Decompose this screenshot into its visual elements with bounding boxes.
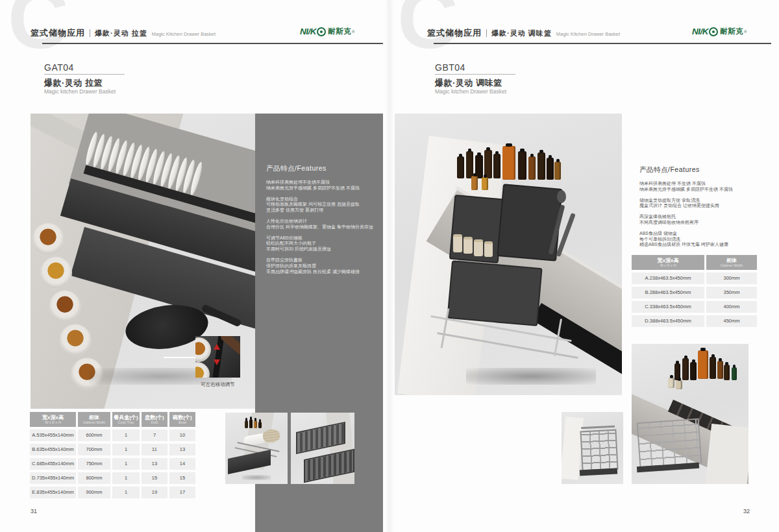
logo-registered-mark: ® <box>352 30 354 34</box>
features-list: 纳米科技表面处理 不生锈 不腐蚀纳米表面光滑手感细腻 多层防护不生锈 不腐蚀储物… <box>639 181 773 253</box>
photo-shape <box>464 237 473 254</box>
table-cell: 19 <box>142 487 167 498</box>
feature-group: 高深盒体低矮瓶托不同高度调味瓶收纳井然有序 <box>639 214 773 226</box>
table-cell: 7 <box>142 429 167 441</box>
table-cell: 400mm <box>706 301 757 313</box>
photo-shape <box>320 30 323 33</box>
photo-shape <box>712 30 715 33</box>
page-number: 32 <box>743 508 750 514</box>
column-header: 盘数(个)Dish <box>142 412 167 427</box>
photo-shape <box>698 350 708 379</box>
header-rule <box>434 43 771 44</box>
photo-shape <box>717 361 723 379</box>
feature-line: 可调节ABS分隔板 <box>266 236 378 241</box>
catalog-spread: C 篮式储物应用 爆款·灵动 拉篮 Magic Kitchen Drawer B… <box>0 0 779 532</box>
spread-fold-shadow <box>385 0 394 532</box>
page-number: 31 <box>31 508 37 514</box>
table-cell: 15 <box>142 472 167 484</box>
table-cell: 700mm <box>78 444 110 455</box>
photo-shape <box>670 375 673 378</box>
feature-line: 不用时可拆卸 拒绝约束随意摆放 <box>266 247 378 252</box>
feature-line: 采用品牌缓冲隐藏滑轨 推拉轻柔 减少碗碟碰撞 <box>266 269 378 275</box>
photo-shape <box>692 359 695 363</box>
column-header: 宽x深x高W x D x H <box>632 255 704 270</box>
feature-line: 模块化灵动组合 <box>266 197 378 202</box>
photo-shape <box>719 358 722 361</box>
table-cell: 1 <box>112 458 140 470</box>
photo-shape <box>245 420 248 428</box>
photo-shape: Dish <box>151 420 158 425</box>
feature-group: 储物盒灵动提取方便 拿取清洗魔盒式设计 灵动组合 让收纳更便捷实用 <box>639 198 773 210</box>
photo-shape: W x D x H <box>45 420 61 425</box>
photo-shape <box>581 426 615 429</box>
feature-line: 纳米表面光滑手感细腻 多层防护不生锈 不腐蚀 <box>266 186 378 191</box>
main-product-photo <box>395 114 622 395</box>
small-photo-2 <box>291 413 354 484</box>
photo-shape <box>258 422 262 428</box>
photo-shape <box>59 324 92 356</box>
photo-shape: 宽x深x高 <box>658 258 679 263</box>
photo-shape <box>484 241 493 257</box>
photo-shape <box>557 190 566 203</box>
photo-shape <box>705 424 748 484</box>
product-code: GBT04 <box>435 62 465 73</box>
photo-shape <box>711 354 715 357</box>
photo-shape: 柜体 <box>726 258 737 263</box>
logo-o-icon <box>317 27 326 36</box>
photo-shape: Bowl <box>179 420 186 425</box>
inset-leader-line <box>164 357 195 358</box>
table-cell: 1 <box>112 429 140 441</box>
feature-group: 纳米科技表面处理 不生锈 不腐蚀纳米表面光滑手感细腻 多层防护不生锈 不腐蚀 <box>639 181 773 193</box>
photo-shape: W x D x H <box>660 263 676 268</box>
features-heading: 产品特点/Features <box>639 165 700 175</box>
photo-shape <box>684 356 687 359</box>
adjust-down-arrow-icon <box>214 359 220 365</box>
header-rule <box>42 43 383 44</box>
photo-shape <box>466 368 596 385</box>
adjust-up-arrow-icon <box>214 344 220 350</box>
table-cell: D.735x455x140mm <box>30 472 76 484</box>
photo-shape <box>259 419 261 422</box>
feature-line: 高深盒体低矮瓶托 <box>639 214 773 220</box>
table-cell: C.685x455x140mm <box>30 458 76 470</box>
photo-shape <box>710 357 716 379</box>
photo-shape: Cabinet Width <box>83 420 106 425</box>
column-header: 碗数(个)Bowl <box>169 412 195 427</box>
feature-line: 魔盒式设计 灵动组合 让收纳更便捷实用 <box>639 203 773 209</box>
feature-line: 精选ABS食品级材质 环保无毒 呵护家人健康 <box>639 242 773 248</box>
table-cell: 900mm <box>78 487 110 498</box>
column-header: 餐具盒(个)Cutly Tray <box>112 412 140 427</box>
product-title-en: Magic kitchen Drawer Basket <box>44 88 116 95</box>
table-cell: 14 <box>169 458 195 470</box>
photo-shape <box>453 234 462 252</box>
feature-line: 保护滑轨的质量及顺滑度 <box>266 263 378 269</box>
table-cell: 11 <box>142 444 167 455</box>
photo-shape: Cabinet Width <box>721 263 743 268</box>
header-subtitle-en: Magic Kitchen Drawer Basket <box>152 31 216 37</box>
table-cell: 1 <box>112 487 140 498</box>
photo-shape <box>211 336 225 378</box>
feature-line: 不同高度调味瓶收纳井然有序 <box>639 220 773 226</box>
photo-shape <box>195 337 211 362</box>
photo-shape <box>700 348 706 351</box>
photo-shape <box>732 367 737 380</box>
feature-line: 储物盒灵动提取方便 拿取清洗 <box>639 198 773 204</box>
header-series: 爆款·灵动 拉篮 <box>95 29 147 38</box>
table-cell: 1 <box>112 472 140 484</box>
header-divider <box>90 29 90 37</box>
table-cell: 13 <box>169 444 195 455</box>
photo-shape <box>678 378 681 381</box>
feature-line: 合理分区 科学收纳碗碟架、置物盒 集中收纳分类存放 <box>266 224 378 230</box>
feature-group: 纳米科技表面处理不生锈不腐蚀纳米表面光滑手感细腻 多层防护不生锈 不腐蚀 <box>266 180 378 191</box>
header-subtitle-en: Magic Kitchen Drawer Basket <box>556 31 620 37</box>
photo-shape <box>49 290 81 322</box>
feature-line: 可移动底板及碗碟架 均可独立使用 且随意提取 <box>266 202 378 208</box>
photo-shape <box>254 420 257 428</box>
feature-group: 自带防尘滑轨盖板保护滑轨的质量及顺滑度采用品牌缓冲隐藏滑轨 推拉轻柔 减少碗碟碰… <box>266 258 378 274</box>
nisko-logo: NI/K 耐斯克 ® <box>300 27 354 36</box>
feature-line: 纳米科技表面处理 不生锈 不腐蚀 <box>639 181 773 187</box>
feature-line: 纳米科技表面处理不生锈不腐蚀 <box>266 180 378 186</box>
photo-shape <box>245 418 247 421</box>
page-right: C 篮式储物应用 爆款·灵动 调味篮 Magic Kitchen Drawer … <box>390 0 779 532</box>
header-category: 篮式储物应用 <box>31 27 85 39</box>
